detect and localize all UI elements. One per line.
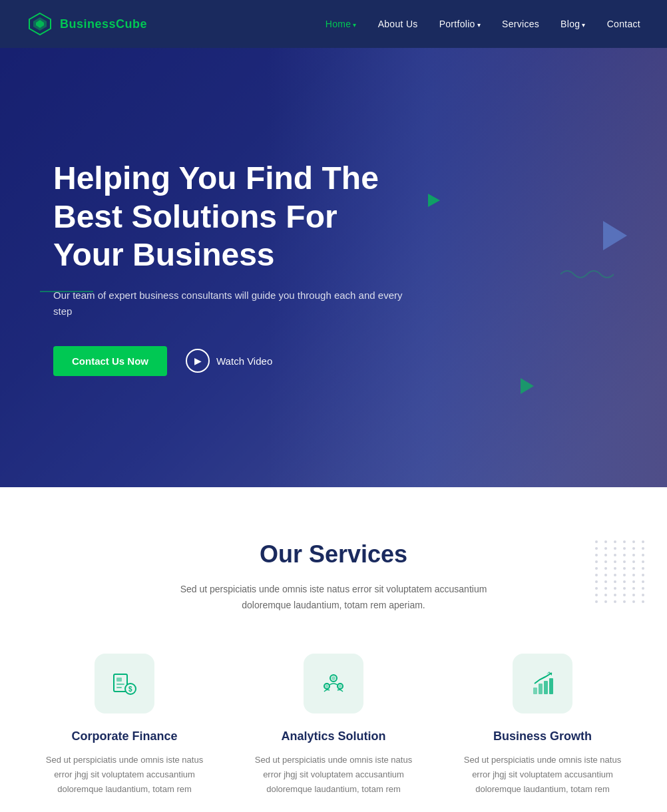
hero-buttons: Contact Us Now ▶ Watch Video [53, 346, 413, 376]
hero-subtitle: Our team of expert business consultants … [53, 288, 413, 319]
nav-link-about[interactable]: About Us [378, 19, 418, 29]
corporate-finance-icon-wrap: $ [95, 654, 154, 713]
nav-link-services[interactable]: Services [502, 19, 539, 29]
nav-item-portfolio[interactable]: Portfolio▾ [439, 18, 481, 30]
nav-link-home[interactable]: Home▾ [326, 19, 357, 29]
svg-rect-16 [539, 684, 543, 694]
svg-point-13 [326, 684, 329, 688]
svg-rect-5 [116, 684, 124, 685]
svg-point-14 [339, 684, 342, 688]
nav-link-contact[interactable]: Contact [607, 19, 640, 29]
nav-item-about[interactable]: About Us [378, 18, 418, 30]
services-title: Our Services [40, 540, 627, 568]
nav-item-contact[interactable]: Contact [607, 18, 640, 30]
services-cards: $ Corporate Finance Sed ut perspiciatis … [40, 654, 627, 797]
hero-section: Helping You Find The Best Solutions For … [0, 48, 667, 487]
services-description: Sed ut perspiciatis unde omnis iste natu… [174, 582, 493, 614]
svg-rect-18 [549, 678, 553, 694]
svg-rect-4 [116, 678, 122, 682]
deco-triangle-blue-large [603, 221, 627, 250]
nav-links: Home▾ About Us Portfolio▾ Services Blog▾… [326, 18, 640, 30]
services-section: // Generate dots for(let i=0; i<60; i++)… [0, 487, 667, 812]
analytics-title: Analytics Solution [249, 729, 418, 743]
nav-item-services[interactable]: Services [502, 18, 539, 30]
nav-link-portfolio[interactable]: Portfolio▾ [439, 19, 481, 29]
logo[interactable]: BusinessCube [27, 11, 147, 37]
play-icon: ▶ [186, 349, 210, 373]
svg-text:$: $ [128, 686, 132, 693]
corporate-finance-title: Corporate Finance [40, 729, 209, 743]
svg-rect-6 [116, 687, 122, 688]
nav-item-home[interactable]: Home▾ [326, 18, 357, 30]
analytics-solution-icon [319, 669, 348, 698]
business-growth-icon [528, 669, 557, 698]
svg-rect-17 [544, 681, 548, 694]
business-growth-icon-wrap [513, 654, 572, 713]
service-card-business-growth: Business Growth Sed ut perspiciatis unde… [458, 654, 627, 797]
navbar: BusinessCube Home▾ About Us Portfolio▾ S… [0, 0, 667, 48]
nav-link-blog[interactable]: Blog▾ [560, 19, 586, 29]
hero-content: Helping You Find The Best Solutions For … [0, 159, 466, 376]
analytics-text: Sed ut perspiciatis unde omnis iste natu… [249, 753, 418, 797]
service-card-analytics: Analytics Solution Sed ut perspiciatis u… [249, 654, 418, 797]
nav-item-blog[interactable]: Blog▾ [560, 18, 586, 30]
logo-icon [27, 11, 53, 37]
svg-rect-15 [533, 688, 537, 694]
analytics-icon-wrap [304, 654, 363, 713]
corporate-finance-text: Sed ut perspiciatis unde omnis iste natu… [40, 753, 209, 797]
deco-wave [560, 268, 614, 281]
svg-point-12 [332, 676, 335, 680]
watch-video-button[interactable]: ▶ Watch Video [186, 349, 272, 373]
deco-triangle-green-bottom [521, 378, 534, 394]
dots-decoration: // Generate dots for(let i=0; i<60; i++)… [595, 540, 647, 603]
hero-title: Helping You Find The Best Solutions For … [53, 159, 413, 274]
business-growth-text: Sed ut perspiciatis unde omnis iste natu… [458, 753, 627, 797]
watch-video-label: Watch Video [216, 355, 272, 367]
service-card-corporate-finance: $ Corporate Finance Sed ut perspiciatis … [40, 654, 209, 797]
contact-us-button[interactable]: Contact Us Now [53, 346, 167, 376]
business-growth-title: Business Growth [458, 729, 627, 743]
logo-text: BusinessCube [60, 17, 147, 31]
corporate-finance-icon: $ [110, 669, 139, 698]
